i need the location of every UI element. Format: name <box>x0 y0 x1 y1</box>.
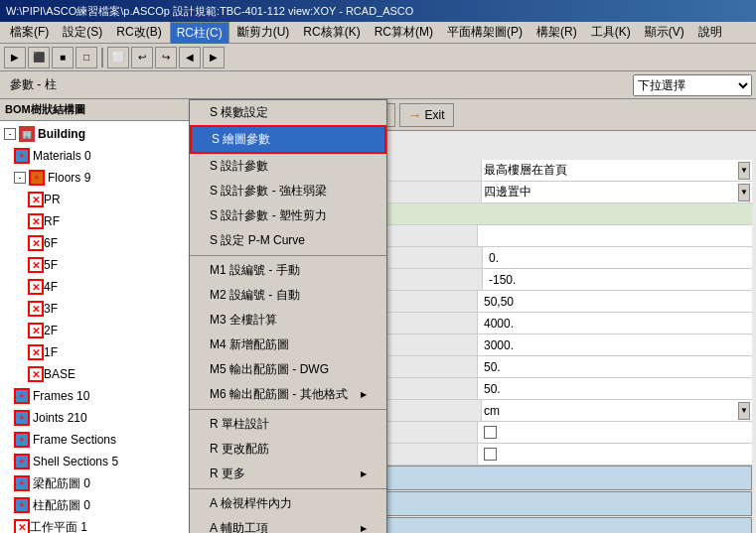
menu-s-drawing-params[interactable]: S 繪圖參數 <box>190 125 386 154</box>
1f-icon: ✕ <box>28 344 44 360</box>
menu-a-check[interactable]: A 檢視桿件內力 <box>190 491 386 516</box>
toolbar: ▶ ⬛ ■ □ ⬜ ↩ ↪ ◀ ▶ <box>0 44 756 71</box>
rc-dropdown[interactable]: 下拉選擇 <box>633 74 752 96</box>
paper-width-value[interactable]: 4000. <box>478 313 752 333</box>
tree-label-pr: PR <box>44 193 61 206</box>
unit-text: cm <box>484 404 500 418</box>
menu-s-design-params[interactable]: S 設計參數 <box>190 154 386 179</box>
tree-item-rf[interactable]: ✕ RF <box>0 210 198 232</box>
menu-rc-calc[interactable]: RC核算(K) <box>297 22 366 43</box>
all-rebar-checkbox-area[interactable] <box>478 422 752 443</box>
toolbar-btn-8[interactable]: ◀ <box>179 47 201 68</box>
tree-item-4f[interactable]: ✕ 4F <box>0 276 198 298</box>
tree-item-building[interactable]: - 🏢 Building <box>0 123 198 145</box>
menu-s-module[interactable]: S 模數設定 <box>190 100 386 125</box>
arrange-mode-text: 四邊置中 <box>484 184 531 200</box>
menu-plane-frame[interactable]: 平面構架圖(P) <box>441 22 529 43</box>
unit-dropdown[interactable]: ▼ <box>738 402 750 420</box>
frames-icon: ✦ <box>14 388 30 404</box>
sort-order-value[interactable]: 最高樓層在首頁 ▼ <box>482 160 752 181</box>
col-rebar-icon: ✦ <box>14 497 30 513</box>
beam-rebar-icon: ✦ <box>14 475 30 491</box>
x-coord-value[interactable]: 0. <box>483 247 752 268</box>
menu-m6-output-other[interactable]: M6 輸出配筋圖 - 其他格式 ▶ <box>190 382 386 407</box>
top-bottom-margin-value[interactable]: 50. <box>478 356 752 377</box>
toolbar-sep-1 <box>101 48 103 67</box>
tree-item-2f[interactable]: ✕ 2F <box>0 320 198 341</box>
menu-s-ductile[interactable]: S 設計參數 - 塑性剪力 <box>190 203 386 228</box>
menu-rc-b[interactable]: RC改(B) <box>110 22 167 43</box>
tree-item-base[interactable]: ✕ BASE <box>0 363 198 385</box>
tree-item-work-plane[interactable]: ✕ 工作平面 1 <box>0 516 198 533</box>
tree-item-5f[interactable]: ✕ 5F <box>0 254 198 276</box>
toolbar-btn-1[interactable]: ▶ <box>4 47 26 68</box>
sort-order-text: 最高樓層在首頁 <box>484 162 567 179</box>
paper-height-value[interactable]: 3000. <box>478 334 752 355</box>
no-draw-checkbox[interactable] <box>484 448 497 461</box>
toolbar-btn-7[interactable]: ↪ <box>155 47 177 68</box>
menu-cut-force[interactable]: 斷剪力(U) <box>231 22 296 43</box>
menu-m3-all-calc[interactable]: M3 全樓計算 <box>190 308 386 333</box>
no-draw-checkbox-area[interactable] <box>478 444 752 465</box>
y-coord-value[interactable]: -150. <box>483 269 752 290</box>
tree-expand-building[interactable]: - <box>4 128 16 140</box>
menu-rc-compute[interactable]: RC算材(M) <box>369 22 439 43</box>
materials-icon: ✦ <box>14 148 30 164</box>
menu-r-more[interactable]: R 更多 ▶ <box>190 462 386 486</box>
tree-label-1f: 1F <box>44 345 58 359</box>
arrange-mode-value[interactable]: 四邊置中 ▼ <box>482 182 752 202</box>
menu-settings[interactable]: 設定(S) <box>57 22 108 43</box>
menu-bar: 檔案(F) 設定(S) RC改(B) RC柱(C) 斷剪力(U) RC核算(K)… <box>0 22 756 44</box>
tree-item-1f[interactable]: ✕ 1F <box>0 341 198 363</box>
exit-icon: → <box>408 107 422 123</box>
menu-view[interactable]: 顯示(V) <box>639 22 690 43</box>
toolbar-btn-5[interactable]: ⬜ <box>107 47 129 68</box>
menu-help[interactable]: 說明 <box>692 22 728 43</box>
shell-sections-icon: ✦ <box>14 454 30 469</box>
tree-item-beam-rebar[interactable]: ✦ 梁配筋圖 0 <box>0 472 198 494</box>
toolbar-btn-4[interactable]: □ <box>76 47 97 68</box>
tree-item-shell-sections[interactable]: ✦ Shell Sections 5 <box>0 451 198 472</box>
menu-rc-c[interactable]: RC柱(C) <box>170 22 229 44</box>
menu-a-aux[interactable]: A 輔助工項 ▶ <box>190 516 386 533</box>
tree-item-materials[interactable]: ✦ Materials 0 <box>0 145 198 167</box>
menu-r-modify[interactable]: R 更改配筋 <box>190 437 386 462</box>
paper-gap-value[interactable]: 50,50 <box>478 291 752 312</box>
tree-item-col-rebar[interactable]: ✦ 柱配筋圖 0 <box>0 494 198 516</box>
arrange-mode-dropdown[interactable]: ▼ <box>738 184 750 201</box>
sep-3 <box>190 488 386 489</box>
tree-item-3f[interactable]: ✕ 3F <box>0 298 198 320</box>
menu-file[interactable]: 檔案(F) <box>4 22 55 43</box>
tree-item-frame-sections[interactable]: ✦ Frame Sections <box>0 429 198 451</box>
toolbar-btn-9[interactable]: ▶ <box>203 47 225 68</box>
menu-m5-output-dwg[interactable]: M5 輸出配筋圖 - DWG <box>190 357 386 382</box>
all-rebar-checkbox[interactable] <box>484 426 497 439</box>
menu-m2-auto[interactable]: M2 設編號 - 自動 <box>190 283 386 308</box>
tree-label-2f: 2F <box>44 324 58 337</box>
tree-expand-floors[interactable]: - <box>14 172 26 184</box>
work-plane-icon: ✕ <box>14 519 30 533</box>
floors-icon: ✦ <box>29 170 45 186</box>
menu-s-col-beam[interactable]: S 設計參數 - 強柱弱梁 <box>190 179 386 203</box>
menu-m1-manual[interactable]: M1 設編號 - 手動 <box>190 258 386 283</box>
toolbar-btn-6[interactable]: ↩ <box>131 47 153 68</box>
menu-tools[interactable]: 工具(K) <box>585 22 637 43</box>
menu-structure[interactable]: 構架(R) <box>530 22 583 43</box>
tree-item-joints[interactable]: ✦ Joints 210 <box>0 407 198 429</box>
menu-s-pm-curve[interactable]: S 設定 P-M Curve <box>190 228 386 253</box>
tree-content: - 🏢 Building ✦ Materials 0 - ✦ Floors 9 … <box>0 121 198 533</box>
toolbar-btn-2[interactable]: ⬛ <box>28 47 50 68</box>
exit-button[interactable]: → Exit <box>399 103 454 127</box>
menu-m4-add-rebar[interactable]: M4 新增配筋圖 <box>190 333 386 357</box>
tree-item-floors[interactable]: - ✦ Floors 9 <box>0 167 198 189</box>
menu-r-single[interactable]: R 單柱設計 <box>190 412 386 437</box>
tree-label-floors: Floors 9 <box>48 171 90 185</box>
tree-item-6f[interactable]: ✕ 6F <box>0 232 198 254</box>
toolbar-btn-3[interactable]: ■ <box>52 47 74 68</box>
unit-value[interactable]: cm ▼ <box>482 400 752 421</box>
tree-item-frames[interactable]: ✦ Frames 10 <box>0 385 198 407</box>
tree-item-pr[interactable]: ✕ PR <box>0 189 198 210</box>
sort-order-dropdown[interactable]: ▼ <box>738 162 750 180</box>
left-right-margin-value[interactable]: 50. <box>478 378 752 399</box>
tree-label-work-plane: 工作平面 1 <box>30 519 87 534</box>
